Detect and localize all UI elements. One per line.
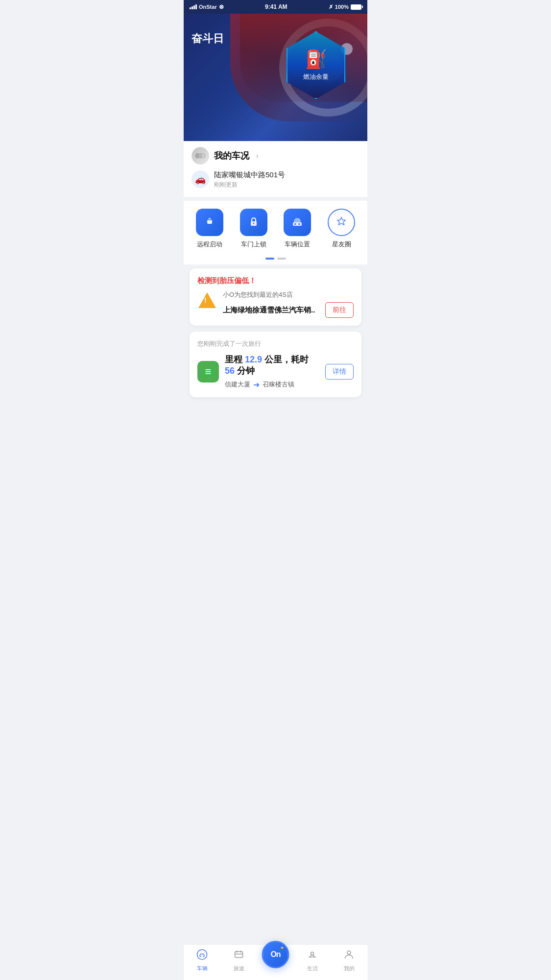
alert-title: 检测到胎压偏低！ xyxy=(197,276,354,286)
car-status-title: 我的车况 xyxy=(214,150,249,162)
location-row: 🚗 陆家嘴银城中路501号 刚刚更新 xyxy=(192,170,359,193)
cards-section: 检测到胎压偏低！ 小O为您找到最近的4S店 上海绿地徐通雪佛兰汽车销.. 前往 … xyxy=(184,264,367,407)
svg-rect-10 xyxy=(294,223,296,225)
duration-value: 56 xyxy=(225,366,235,376)
alert-icon-wrap xyxy=(197,290,217,310)
car-status-row[interactable]: 我的车况 › xyxy=(192,147,359,165)
door-lock-label: 车门上锁 xyxy=(241,240,266,249)
action-door-lock[interactable]: 车门上锁 xyxy=(234,209,273,249)
car-status-section: 我的车况 › 🚗 陆家嘴银城中路501号 刚刚更新 xyxy=(184,141,367,197)
location-updated: 刚刚更新 xyxy=(214,181,285,189)
svg-point-5 xyxy=(209,219,210,221)
svg-point-2 xyxy=(201,153,205,158)
svg-point-8 xyxy=(253,223,254,224)
svg-rect-12 xyxy=(296,224,298,225)
fuel-label: 燃油余量 xyxy=(303,72,329,81)
duration-unit: 分钟 xyxy=(237,366,255,376)
remote-start-label: 远程启动 xyxy=(197,240,222,249)
trip-body: ≡ 里程 12.9 公里，耗时 56 分钟 信建大厦 ➜ 召稼楼古镇 详情 xyxy=(197,354,354,389)
trip-to: 召稼楼古镇 xyxy=(263,380,294,389)
quick-actions: 远程启动 车门上锁 xyxy=(184,201,367,253)
signal-icon xyxy=(190,4,197,9)
star-circle-icon xyxy=(334,214,349,231)
svg-rect-11 xyxy=(298,223,300,225)
car-location-icon: 🚗 xyxy=(195,174,206,185)
trip-header: 您刚刚完成了一次旅行 xyxy=(197,339,354,348)
goto-button[interactable]: 前往 xyxy=(325,302,354,318)
status-bar: OnStar ⊗ 9:41 AM ✗ 100% xyxy=(184,0,367,14)
svg-rect-6 xyxy=(208,223,211,224)
action-car-location[interactable]: 车辆位置 xyxy=(278,209,317,249)
status-time: 9:41 AM xyxy=(265,3,287,10)
dot-1 xyxy=(265,258,274,260)
car-location-nav-icon xyxy=(290,215,304,230)
trip-route: 信建大厦 ➜ 召稼楼古镇 xyxy=(225,380,319,389)
car-location-label: 车辆位置 xyxy=(285,240,310,249)
alert-card: 检测到胎压偏低！ 小O为您找到最近的4S店 上海绿地徐通雪佛兰汽车销.. 前往 xyxy=(190,268,361,326)
remote-start-icon-wrap xyxy=(196,209,223,236)
action-remote-start[interactable]: 远程启动 xyxy=(190,209,229,249)
remote-start-icon xyxy=(203,214,216,231)
alert-body: 小O为您找到最近的4S店 上海绿地徐通雪佛兰汽车销.. 前往 xyxy=(197,290,354,318)
distance-value: 12.9 xyxy=(245,355,262,364)
trip-stats: 里程 12.9 公里，耗时 56 分钟 xyxy=(225,354,319,377)
door-lock-icon-wrap xyxy=(240,209,267,236)
trip-content: 里程 12.9 公里，耗时 56 分钟 信建大厦 ➜ 召稼楼古镇 xyxy=(225,354,319,389)
bluetooth-icon: ✗ xyxy=(329,4,333,10)
distance-label: 里程 xyxy=(225,355,242,364)
fuel-hexagon[interactable]: ⛽ 燃油余量 xyxy=(284,28,348,102)
alert-content: 小O为您找到最近的4S店 上海绿地徐通雪佛兰汽车销.. 前往 xyxy=(223,290,354,318)
warning-triangle-icon xyxy=(198,292,216,308)
car-location-icon-wrap xyxy=(284,209,311,236)
location-address: 陆家嘴银城中路501号 xyxy=(214,170,285,180)
location-icon-wrap: 🚗 xyxy=(192,170,209,188)
car-status-arrow: › xyxy=(256,152,259,160)
battery-fill xyxy=(351,5,361,9)
actions-row: 远程启动 车门上锁 xyxy=(184,209,367,249)
status-right: ✗ 100% xyxy=(329,4,361,10)
detail-button[interactable]: 详情 xyxy=(325,364,354,380)
door-lock-icon xyxy=(247,215,261,230)
status-left: OnStar ⊗ xyxy=(190,3,224,10)
location-text: 陆家嘴银城中路501号 刚刚更新 xyxy=(214,170,285,189)
action-star-circle[interactable]: 星友圈 xyxy=(322,209,361,249)
wifi-icon: ⊗ xyxy=(219,3,224,10)
trip-card: 您刚刚完成了一次旅行 ≡ 里程 12.9 公里，耗时 56 分钟 信建大厦 ➜ … xyxy=(190,332,361,397)
trip-icon: ≡ xyxy=(205,365,212,378)
hero-section: 奋斗日 ⛽ 燃油余量 xyxy=(184,14,367,161)
battery-label: 100% xyxy=(335,4,349,10)
alert-shop-row: 上海绿地徐通雪佛兰汽车销.. 前往 xyxy=(223,302,354,318)
fuel-pump-icon: ⛽ xyxy=(305,49,327,70)
dot-2 xyxy=(277,258,286,260)
page-title: 奋斗日 xyxy=(192,31,224,46)
dots-row xyxy=(184,253,367,264)
battery-icon xyxy=(351,4,361,10)
star-circle-icon-wrap xyxy=(328,209,355,236)
alert-shop-name: 上海绿地徐通雪佛兰汽车销.. xyxy=(223,306,321,315)
trip-from: 信建大厦 xyxy=(225,380,250,389)
carrier-label: OnStar xyxy=(199,4,217,10)
route-arrow-icon: ➜ xyxy=(253,380,260,389)
buick-logo xyxy=(192,147,209,165)
svg-marker-13 xyxy=(337,217,345,225)
hex-shape: ⛽ 燃油余量 xyxy=(287,31,345,99)
alert-subtitle: 小O为您找到最近的4S店 xyxy=(223,290,354,299)
star-circle-label: 星友圈 xyxy=(332,240,351,249)
distance-unit: 公里，耗时 xyxy=(264,355,309,364)
trip-icon-wrap: ≡ xyxy=(197,361,219,382)
